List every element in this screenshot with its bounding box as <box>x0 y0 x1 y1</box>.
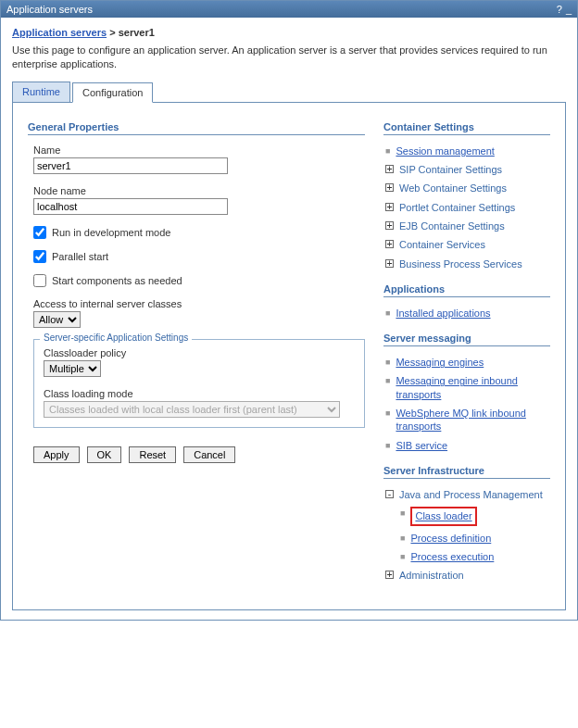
plus-icon[interactable]: + <box>385 203 394 211</box>
start-components-label: Start components as needed <box>52 275 182 286</box>
help-icon[interactable]: ? <box>557 4 562 15</box>
start-components-checkbox[interactable] <box>33 274 46 287</box>
page-description: Use this page to configure an applicatio… <box>12 44 566 72</box>
process-execution-link[interactable]: Process execution <box>410 550 494 563</box>
java-process-link[interactable]: Java and Process Management <box>399 488 543 501</box>
breadcrumb-link[interactable]: Application servers <box>12 27 107 38</box>
process-definition-link[interactable]: Process definition <box>410 532 491 545</box>
plus-icon[interactable]: + <box>385 183 394 192</box>
breadcrumb: Application servers > server1 <box>12 27 566 38</box>
parallel-label: Parallel start <box>52 251 108 262</box>
access-label: Access to internal server classes <box>33 298 365 309</box>
bullet-icon: ■ <box>385 408 390 420</box>
tabs: Runtime Configuration <box>12 82 566 103</box>
container-settings-heading: Container Settings <box>383 121 550 135</box>
server-messaging-heading: Server messaging <box>383 333 550 346</box>
dev-mode-label: Run in development mode <box>52 227 170 238</box>
node-input[interactable] <box>33 198 228 215</box>
class-loading-mode-select: Classes loaded with local class loader f… <box>44 401 340 418</box>
ok-button[interactable]: OK <box>87 446 122 463</box>
general-heading: General Properties <box>28 121 365 135</box>
plus-icon[interactable]: + <box>385 165 394 173</box>
sib-service-link[interactable]: SIB service <box>396 439 447 452</box>
window-title: Application servers <box>6 4 93 15</box>
administration-link[interactable]: Administration <box>399 569 464 582</box>
minus-icon[interactable]: - <box>385 490 394 498</box>
session-management-link[interactable]: Session management <box>396 144 494 157</box>
tab-runtime[interactable]: Runtime <box>12 82 70 102</box>
classloader-policy-select[interactable]: Multiple <box>44 360 101 377</box>
minimize-icon[interactable]: _ <box>566 4 572 15</box>
bullet-icon: ■ <box>385 376 390 387</box>
ejb-container-link[interactable]: EJB Container Settings <box>399 220 505 232</box>
breadcrumb-sep: > <box>109 27 115 38</box>
plus-icon[interactable]: + <box>385 259 394 268</box>
node-label: Node name <box>33 185 365 196</box>
messaging-inbound-link[interactable]: Messaging engine inbound transports <box>396 374 550 401</box>
class-loader-highlight: Class loader <box>410 507 476 525</box>
bullet-icon: ■ <box>385 441 390 452</box>
applications-heading: Applications <box>383 283 550 297</box>
server-specific-heading: Server-specific Application Settings <box>40 333 192 343</box>
cancel-button[interactable]: Cancel <box>183 446 235 463</box>
mq-inbound-link[interactable]: WebSphere MQ link inbound transports <box>396 407 550 433</box>
titlebar: Application servers ? _ <box>1 1 577 18</box>
dev-mode-checkbox[interactable] <box>33 226 46 239</box>
breadcrumb-current: server1 <box>119 27 155 38</box>
plus-icon[interactable]: + <box>385 240 394 248</box>
container-services-link[interactable]: Container Services <box>399 238 485 251</box>
plus-icon[interactable]: + <box>385 571 394 579</box>
bullet-icon: ■ <box>400 533 405 545</box>
bullet-icon: ■ <box>400 508 405 520</box>
server-infra-heading: Server Infrastructure <box>383 465 550 479</box>
reset-button[interactable]: Reset <box>129 446 176 463</box>
tab-configuration[interactable]: Configuration <box>72 82 153 103</box>
classloader-policy-label: Classloader policy <box>44 347 355 358</box>
name-input[interactable] <box>33 157 228 174</box>
bullet-icon: ■ <box>400 552 405 563</box>
bullet-icon: ■ <box>385 308 390 320</box>
sip-container-link[interactable]: SIP Container Settings <box>399 163 502 176</box>
parallel-checkbox[interactable] <box>33 250 46 263</box>
class-loader-link[interactable]: Class loader <box>415 510 471 521</box>
business-process-link[interactable]: Business Process Services <box>399 257 522 270</box>
messaging-engines-link[interactable]: Messaging engines <box>396 356 484 369</box>
bullet-icon: ■ <box>385 146 390 157</box>
apply-button[interactable]: Apply <box>33 446 80 463</box>
web-container-link[interactable]: Web Container Settings <box>399 182 507 195</box>
portlet-container-link[interactable]: Portlet Container Settings <box>399 201 515 214</box>
class-loading-mode-label: Class loading mode <box>44 388 355 399</box>
access-select[interactable]: Allow <box>33 311 81 328</box>
installed-apps-link[interactable]: Installed applications <box>396 307 490 320</box>
bullet-icon: ■ <box>385 358 390 369</box>
plus-icon[interactable]: + <box>385 221 394 230</box>
name-label: Name <box>33 144 365 156</box>
